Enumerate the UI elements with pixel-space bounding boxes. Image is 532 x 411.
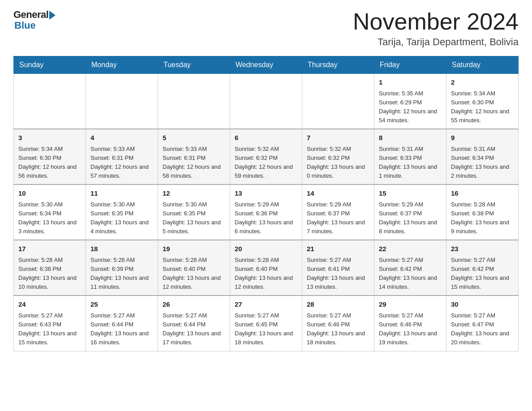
calendar-cell	[14, 74, 86, 129]
title-area: November 2024 Tarija, Tarija Department,…	[353, 9, 519, 48]
calendar-cell: 25Sunrise: 5:27 AMSunset: 6:44 PMDayligh…	[86, 295, 158, 351]
day-info: Sunrise: 5:27 AMSunset: 6:47 PMDaylight:…	[451, 311, 514, 347]
calendar-cell: 4Sunrise: 5:33 AMSunset: 6:31 PMDaylight…	[86, 129, 158, 184]
calendar-cell: 12Sunrise: 5:30 AMSunset: 6:35 PMDayligh…	[158, 184, 230, 240]
day-info: Sunrise: 5:31 AMSunset: 6:34 PMDaylight:…	[451, 145, 514, 181]
calendar-table: SundayMondayTuesdayWednesdayThursdayFrid…	[13, 56, 519, 351]
day-info: Sunrise: 5:27 AMSunset: 6:42 PMDaylight:…	[451, 256, 514, 292]
day-number: 30	[451, 300, 514, 310]
calendar-cell: 15Sunrise: 5:29 AMSunset: 6:37 PMDayligh…	[374, 184, 446, 240]
day-info: Sunrise: 5:31 AMSunset: 6:33 PMDaylight:…	[379, 145, 442, 181]
day-header-monday: Monday	[86, 56, 158, 74]
day-info: Sunrise: 5:27 AMSunset: 6:41 PMDaylight:…	[307, 256, 369, 292]
day-info: Sunrise: 5:27 AMSunset: 6:42 PMDaylight:…	[379, 256, 442, 292]
calendar-week-row: 1Sunrise: 5:35 AMSunset: 6:29 PMDaylight…	[14, 74, 519, 129]
calendar-cell: 3Sunrise: 5:34 AMSunset: 6:30 PMDaylight…	[14, 129, 86, 184]
calendar-week-row: 24Sunrise: 5:27 AMSunset: 6:43 PMDayligh…	[14, 295, 519, 351]
calendar-cell: 27Sunrise: 5:27 AMSunset: 6:45 PMDayligh…	[230, 295, 302, 351]
page-header: General Blue November 2024 Tarija, Tarij…	[13, 9, 519, 48]
calendar-cell: 13Sunrise: 5:29 AMSunset: 6:36 PMDayligh…	[230, 184, 302, 240]
calendar-cell: 24Sunrise: 5:27 AMSunset: 6:43 PMDayligh…	[14, 295, 86, 351]
logo-blue-text: Blue	[13, 20, 36, 31]
day-info: Sunrise: 5:30 AMSunset: 6:34 PMDaylight:…	[18, 200, 81, 236]
calendar-cell: 21Sunrise: 5:27 AMSunset: 6:41 PMDayligh…	[302, 240, 374, 295]
calendar-cell: 11Sunrise: 5:30 AMSunset: 6:35 PMDayligh…	[86, 184, 158, 240]
day-number: 26	[163, 300, 225, 310]
day-header-wednesday: Wednesday	[230, 56, 302, 74]
day-number: 4	[90, 133, 153, 143]
day-info: Sunrise: 5:29 AMSunset: 6:36 PMDaylight:…	[235, 200, 297, 236]
day-number: 11	[90, 188, 153, 199]
day-number: 18	[90, 244, 153, 254]
day-info: Sunrise: 5:30 AMSunset: 6:35 PMDaylight:…	[163, 200, 225, 236]
calendar-cell	[86, 74, 158, 129]
day-info: Sunrise: 5:27 AMSunset: 6:44 PMDaylight:…	[163, 311, 225, 347]
day-info: Sunrise: 5:28 AMSunset: 6:38 PMDaylight:…	[18, 256, 81, 292]
day-info: Sunrise: 5:34 AMSunset: 6:30 PMDaylight:…	[18, 145, 81, 181]
day-number: 24	[18, 300, 81, 310]
location-title: Tarija, Tarija Department, Bolivia	[353, 36, 519, 48]
day-info: Sunrise: 5:33 AMSunset: 6:31 PMDaylight:…	[163, 145, 225, 181]
day-number: 29	[379, 300, 442, 310]
calendar-cell: 29Sunrise: 5:27 AMSunset: 6:46 PMDayligh…	[374, 295, 446, 351]
day-info: Sunrise: 5:32 AMSunset: 6:32 PMDaylight:…	[307, 145, 369, 181]
day-info: Sunrise: 5:28 AMSunset: 6:39 PMDaylight:…	[90, 256, 153, 292]
day-header-tuesday: Tuesday	[158, 56, 230, 74]
calendar-cell: 14Sunrise: 5:29 AMSunset: 6:37 PMDayligh…	[302, 184, 374, 240]
calendar-cell: 6Sunrise: 5:32 AMSunset: 6:32 PMDaylight…	[230, 129, 302, 184]
day-info: Sunrise: 5:27 AMSunset: 6:46 PMDaylight:…	[379, 311, 442, 347]
day-number: 22	[379, 244, 442, 254]
day-number: 25	[90, 300, 153, 310]
day-number: 7	[307, 133, 369, 143]
day-number: 17	[18, 244, 81, 254]
logo-general-text: General	[13, 9, 48, 21]
day-number: 16	[451, 188, 514, 199]
calendar-cell: 22Sunrise: 5:27 AMSunset: 6:42 PMDayligh…	[374, 240, 446, 295]
day-number: 15	[379, 188, 442, 199]
calendar-week-row: 3Sunrise: 5:34 AMSunset: 6:30 PMDaylight…	[14, 129, 519, 184]
calendar-cell	[302, 74, 374, 129]
day-info: Sunrise: 5:30 AMSunset: 6:35 PMDaylight:…	[90, 200, 153, 236]
day-info: Sunrise: 5:27 AMSunset: 6:45 PMDaylight:…	[235, 311, 297, 347]
day-header-friday: Friday	[374, 56, 446, 74]
calendar-cell: 28Sunrise: 5:27 AMSunset: 6:46 PMDayligh…	[302, 295, 374, 351]
calendar-cell	[158, 74, 230, 129]
day-header-saturday: Saturday	[446, 56, 519, 74]
day-number: 20	[235, 244, 297, 254]
day-info: Sunrise: 5:35 AMSunset: 6:29 PMDaylight:…	[379, 89, 442, 125]
day-info: Sunrise: 5:27 AMSunset: 6:44 PMDaylight:…	[90, 311, 153, 347]
calendar-cell: 20Sunrise: 5:28 AMSunset: 6:40 PMDayligh…	[230, 240, 302, 295]
day-info: Sunrise: 5:34 AMSunset: 6:30 PMDaylight:…	[451, 89, 514, 125]
day-number: 6	[235, 133, 297, 143]
calendar-cell: 2Sunrise: 5:34 AMSunset: 6:30 PMDaylight…	[446, 74, 519, 129]
calendar-cell: 26Sunrise: 5:27 AMSunset: 6:44 PMDayligh…	[158, 295, 230, 351]
day-info: Sunrise: 5:27 AMSunset: 6:46 PMDaylight:…	[307, 311, 369, 347]
day-info: Sunrise: 5:28 AMSunset: 6:40 PMDaylight:…	[163, 256, 225, 292]
day-info: Sunrise: 5:28 AMSunset: 6:40 PMDaylight:…	[235, 256, 297, 292]
day-number: 28	[307, 300, 369, 310]
day-info: Sunrise: 5:33 AMSunset: 6:31 PMDaylight:…	[90, 145, 153, 181]
calendar-cell: 7Sunrise: 5:32 AMSunset: 6:32 PMDaylight…	[302, 129, 374, 184]
calendar-cell: 5Sunrise: 5:33 AMSunset: 6:31 PMDaylight…	[158, 129, 230, 184]
day-number: 23	[451, 244, 514, 254]
day-number: 27	[235, 300, 297, 310]
day-number: 19	[163, 244, 225, 254]
day-number: 10	[18, 188, 81, 199]
calendar-cell: 1Sunrise: 5:35 AMSunset: 6:29 PMDaylight…	[374, 74, 446, 129]
day-number: 8	[379, 133, 442, 143]
day-number: 9	[451, 133, 514, 143]
month-title: November 2024	[353, 9, 519, 34]
calendar-cell: 30Sunrise: 5:27 AMSunset: 6:47 PMDayligh…	[446, 295, 519, 351]
day-info: Sunrise: 5:29 AMSunset: 6:37 PMDaylight:…	[307, 200, 369, 236]
calendar-cell: 10Sunrise: 5:30 AMSunset: 6:34 PMDayligh…	[14, 184, 86, 240]
calendar-cell: 17Sunrise: 5:28 AMSunset: 6:38 PMDayligh…	[14, 240, 86, 295]
calendar-week-row: 10Sunrise: 5:30 AMSunset: 6:34 PMDayligh…	[14, 184, 519, 240]
calendar-week-row: 17Sunrise: 5:28 AMSunset: 6:38 PMDayligh…	[14, 240, 519, 295]
logo-arrow-icon	[49, 11, 56, 20]
day-number: 2	[451, 77, 514, 88]
day-number: 13	[235, 188, 297, 199]
day-header-sunday: Sunday	[14, 56, 86, 74]
day-info: Sunrise: 5:28 AMSunset: 6:38 PMDaylight:…	[451, 200, 514, 236]
calendar-cell: 8Sunrise: 5:31 AMSunset: 6:33 PMDaylight…	[374, 129, 446, 184]
calendar-header-row: SundayMondayTuesdayWednesdayThursdayFrid…	[14, 56, 519, 74]
